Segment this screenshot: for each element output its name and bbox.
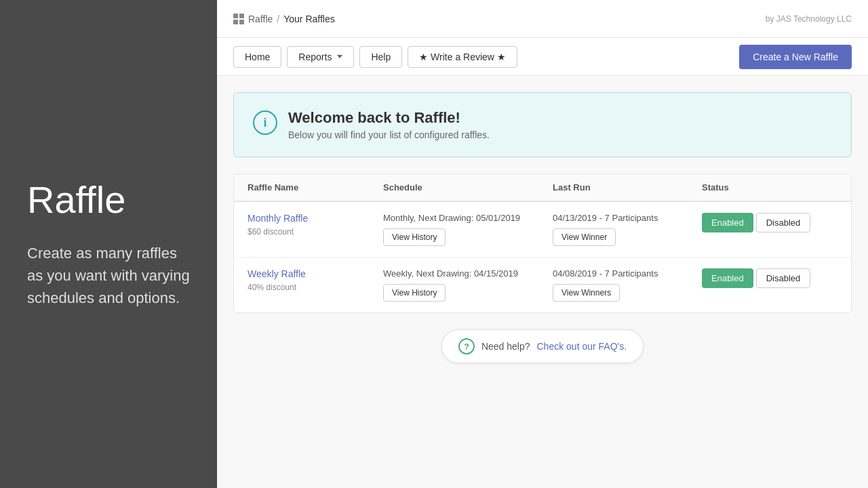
weekly-raffle-link[interactable]: Weekly Raffle — [248, 268, 383, 279]
monthly-disabled-button[interactable]: Disabled — [756, 213, 811, 232]
monthly-last-run-text: 04/13/2019 - 7 Participants — [553, 213, 702, 223]
navbar: Home Reports Help ★ Write a Review ★ Cre… — [217, 38, 868, 76]
weekly-raffle-discount: 40% discount — [248, 283, 296, 292]
weekly-schedule-text: Weekly, Next Drawing: 04/15/2019 — [383, 268, 553, 279]
status-cell: Enabled Disabled — [702, 268, 837, 288]
weekly-disabled-button[interactable]: Disabled — [756, 268, 811, 288]
welcome-subtitle: Below you will find your list of configu… — [288, 129, 490, 140]
help-text: Need help? — [481, 341, 530, 352]
home-button[interactable]: Home — [233, 46, 281, 68]
schedule-cell: Monthly, Next Drawing: 05/01/2019 View H… — [383, 213, 553, 246]
main-panel: Raffle / Your Raffles by JAS Technology … — [217, 0, 868, 488]
content-area: i Welcome back to Raffle! Below you will… — [217, 76, 868, 488]
col-raffle-name: Raffle Name — [248, 182, 383, 192]
welcome-title: Welcome back to Raffle! — [288, 109, 490, 127]
topbar: Raffle / Your Raffles by JAS Technology … — [217, 0, 868, 38]
monthly-raffle-discount: $60 discount — [248, 227, 294, 237]
col-status: Status — [702, 182, 837, 192]
help-footer: ? Need help? Check out our FAQ's. — [233, 329, 852, 363]
sidebar-description: Create as many raffles as you want with … — [27, 242, 190, 309]
weekly-last-run-text: 04/08/2019 - 7 Participants — [553, 268, 702, 279]
breadcrumb-separator: / — [277, 14, 279, 24]
monthly-view-history-button[interactable]: View History — [383, 228, 446, 246]
info-icon: i — [253, 110, 277, 135]
help-faq-link[interactable]: Check out our FAQ's. — [537, 341, 627, 352]
grid-icon — [233, 14, 244, 24]
welcome-text: Welcome back to Raffle! Below you will f… — [288, 109, 490, 140]
table-header: Raffle Name Schedule Last Run Status — [234, 174, 851, 202]
sidebar: Raffle Create as many raffles as you wan… — [0, 0, 217, 488]
breadcrumb: Raffle / Your Raffles — [233, 14, 335, 24]
table-row: Monthly Raffle $60 discount Monthly, Nex… — [234, 202, 851, 258]
sidebar-title: Raffle — [27, 179, 190, 221]
weekly-status-group: Enabled Disabled — [702, 268, 837, 288]
chevron-down-icon — [337, 55, 342, 58]
nav-left: Home Reports Help ★ Write a Review ★ — [233, 46, 517, 68]
breadcrumb-app-link[interactable]: Raffle — [248, 14, 273, 24]
weekly-enabled-button[interactable]: Enabled — [702, 268, 753, 288]
weekly-view-history-button[interactable]: View History — [383, 284, 446, 302]
help-bubble: ? Need help? Check out our FAQ's. — [441, 329, 644, 363]
raffle-name-cell: Weekly Raffle 40% discount — [248, 268, 383, 293]
monthly-schedule-text: Monthly, Next Drawing: 05/01/2019 — [383, 213, 553, 223]
reports-button[interactable]: Reports — [287, 46, 354, 68]
monthly-enabled-button[interactable]: Enabled — [702, 213, 753, 232]
monthly-status-group: Enabled Disabled — [702, 213, 837, 232]
reports-label: Reports — [298, 52, 332, 62]
write-review-button[interactable]: ★ Write a Review ★ — [408, 46, 517, 68]
col-last-run: Last Run — [553, 182, 702, 192]
table-row: Weekly Raffle 40% discount Weekly, Next … — [234, 258, 851, 312]
raffle-table: Raffle Name Schedule Last Run Status Mon… — [233, 174, 852, 313]
monthly-raffle-link[interactable]: Monthly Raffle — [248, 213, 383, 224]
last-run-cell: 04/08/2019 - 7 Participants View Winners — [553, 268, 702, 302]
breadcrumb-current: Your Raffles — [283, 14, 335, 24]
monthly-view-winner-button[interactable]: View Winner — [553, 228, 616, 246]
by-label: by JAS Technology LLC — [766, 14, 852, 24]
help-button[interactable]: Help — [359, 46, 402, 68]
raffle-name-cell: Monthly Raffle $60 discount — [248, 213, 383, 237]
help-icon: ? — [458, 338, 475, 354]
last-run-cell: 04/13/2019 - 7 Participants View Winner — [553, 213, 702, 246]
status-cell: Enabled Disabled — [702, 213, 837, 232]
welcome-banner: i Welcome back to Raffle! Below you will… — [233, 92, 852, 157]
create-new-raffle-button[interactable]: Create a New Raffle — [739, 45, 852, 69]
col-schedule: Schedule — [383, 182, 553, 192]
schedule-cell: Weekly, Next Drawing: 04/15/2019 View Hi… — [383, 268, 553, 302]
weekly-view-winners-button[interactable]: View Winners — [553, 284, 620, 302]
